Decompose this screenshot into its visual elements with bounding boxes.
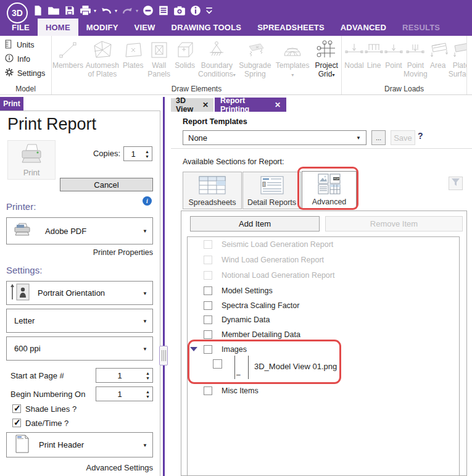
print-icon[interactable] bbox=[80, 5, 91, 16]
filter-funnel-icon bbox=[451, 178, 460, 189]
browse-templates-button[interactable]: ... bbox=[371, 130, 386, 145]
datetime-checkbox[interactable] bbox=[12, 419, 21, 427]
resolution-select[interactable]: 600 ppi ▼ bbox=[6, 336, 153, 361]
view-tab-report-printing[interactable]: Report Printing ✕ bbox=[215, 98, 286, 112]
add-item-button[interactable]: Add Item bbox=[190, 216, 320, 232]
report-template-select[interactable]: None ▼ bbox=[183, 130, 366, 145]
begin-numbering-value: 1 bbox=[96, 387, 143, 401]
panel-splitter[interactable] bbox=[163, 97, 165, 476]
list-item-label[interactable]: Spectra Scaling Factor bbox=[222, 301, 299, 310]
tab-view[interactable]: VIEW bbox=[126, 19, 164, 36]
wall-panels-button: Wall Panels bbox=[146, 38, 173, 79]
project-grid-caret: ▾ bbox=[332, 72, 334, 78]
undo-dropdown-caret[interactable]: ▾ bbox=[115, 8, 117, 14]
tab-modify[interactable]: MODIFY bbox=[78, 19, 126, 36]
stepper-arrows[interactable]: ▲▼ bbox=[143, 369, 152, 382]
item-checkbox[interactable] bbox=[204, 315, 212, 324]
new-file-icon[interactable] bbox=[32, 5, 43, 16]
chevron-down-icon: ▼ bbox=[356, 135, 361, 141]
print-panel-tab[interactable]: Print bbox=[0, 97, 23, 111]
section-tab-advanced[interactable]: PDF Advanced bbox=[302, 171, 357, 209]
splitter-grip[interactable] bbox=[159, 346, 168, 365]
section-tab-spreadsheets[interactable]: Spreadsheets bbox=[183, 172, 242, 209]
remove-item-button: Remove Item bbox=[325, 216, 463, 232]
advanced-settings-link[interactable]: Advanced Settings bbox=[6, 463, 153, 472]
list-item-label[interactable]: Images bbox=[222, 345, 247, 354]
project-grid-icon bbox=[317, 38, 336, 62]
area-load-icon bbox=[428, 38, 449, 62]
line-load-icon bbox=[364, 38, 384, 62]
redo-dropdown-caret[interactable]: ▾ bbox=[136, 8, 138, 14]
settings-button[interactable]: Settings bbox=[5, 68, 51, 78]
project-grid-button[interactable]: Project Grid▾ bbox=[312, 38, 341, 79]
redo-icon[interactable] bbox=[122, 6, 133, 16]
settings-label: Settings bbox=[17, 69, 45, 78]
report-icon[interactable] bbox=[158, 5, 169, 16]
item-checkbox[interactable] bbox=[204, 301, 212, 310]
info-button[interactable]: Info bbox=[5, 54, 51, 64]
print-dropdown-caret[interactable]: ▾ bbox=[94, 8, 96, 14]
begin-numbering-stepper[interactable]: 1 ▲▼ bbox=[96, 386, 153, 401]
printer-properties-link[interactable]: Printer Properties bbox=[6, 248, 153, 257]
units-button[interactable]: Units bbox=[5, 40, 51, 50]
close-icon[interactable]: ✕ bbox=[202, 101, 209, 109]
ruler-icon bbox=[5, 40, 13, 51]
close-icon[interactable]: ✕ bbox=[275, 101, 281, 109]
paper-size-select[interactable]: Letter ▼ bbox=[6, 309, 153, 333]
orientation-select[interactable]: Portrait Orientation ▼ bbox=[6, 281, 153, 305]
stepper-arrows[interactable]: ▲▼ bbox=[143, 147, 152, 161]
line-load-button: Line bbox=[364, 38, 384, 70]
list-item-label[interactable]: Dynamic Data bbox=[222, 315, 270, 324]
item-checkbox[interactable] bbox=[204, 330, 212, 339]
begin-numbering-label: Begin Numbering On bbox=[10, 390, 85, 399]
toolbar-separator bbox=[171, 148, 472, 149]
spreadsheets-icon bbox=[198, 175, 226, 197]
view-tab-3d-view[interactable]: 3D View ✕ bbox=[171, 98, 213, 112]
automesh-icon bbox=[91, 38, 114, 62]
help-button[interactable]: ? bbox=[418, 131, 423, 141]
camera-icon[interactable] bbox=[173, 6, 186, 16]
toolbar-options-icon[interactable] bbox=[205, 7, 213, 14]
item-checkbox[interactable] bbox=[204, 386, 212, 395]
copies-stepper[interactable]: 1 ▲▼ bbox=[123, 146, 152, 161]
printer-select[interactable]: Adobe PDF ▼ bbox=[6, 217, 153, 244]
tab-file[interactable]: FILE bbox=[4, 19, 38, 36]
save-icon[interactable] bbox=[64, 5, 75, 16]
print-header-select[interactable]: Print Header ▼ bbox=[6, 432, 153, 457]
group-label-draw-elements: Draw Elements bbox=[52, 85, 341, 93]
tab-advanced[interactable]: ADVANCED bbox=[333, 19, 394, 36]
start-page-stepper[interactable]: 1 ▲▼ bbox=[96, 368, 153, 383]
info-icon[interactable] bbox=[190, 5, 201, 16]
undo-icon[interactable] bbox=[101, 6, 112, 16]
ribbon-tab-bar: FILE HOME MODIFY VIEW DRAWING TOOLS SPRE… bbox=[4, 19, 448, 36]
item-checkbox[interactable] bbox=[204, 286, 212, 295]
templates-button: Templates▾ bbox=[273, 38, 312, 79]
section-tab-detail-reports[interactable]: I Detail Reports bbox=[242, 172, 301, 209]
print-button[interactable]: Print bbox=[7, 140, 56, 180]
plates-button: Plates bbox=[121, 38, 146, 70]
stepper-arrows[interactable]: ▲▼ bbox=[143, 387, 152, 401]
open-file-icon[interactable] bbox=[48, 5, 60, 16]
printer-section-label: Printer: bbox=[6, 201, 36, 212]
boundary-conditions-icon bbox=[207, 38, 226, 62]
image-child-checkbox[interactable] bbox=[213, 359, 222, 369]
tab-spreadsheets[interactable]: SPREADSHEETS bbox=[249, 19, 333, 36]
item-checkbox[interactable] bbox=[204, 345, 212, 354]
tab-drawing-tools[interactable]: DRAWING TOOLS bbox=[164, 19, 250, 36]
column-divider bbox=[234, 356, 235, 379]
tab-home[interactable]: HOME bbox=[38, 19, 78, 36]
cancel-button[interactable]: Cancel bbox=[60, 178, 153, 191]
orientation-value: Portrait Orientation bbox=[38, 288, 105, 298]
list-item-label[interactable]: Member Detailing Data bbox=[222, 330, 300, 339]
shade-lines-checkbox[interactable] bbox=[12, 404, 21, 413]
print-header-value: Print Header bbox=[39, 440, 84, 449]
chevron-down-icon: ▼ bbox=[143, 346, 147, 351]
list-item-label[interactable]: Model Settings bbox=[222, 286, 273, 295]
nodal-load-button: Nodal bbox=[344, 38, 364, 70]
list-item-label[interactable]: Misc Items bbox=[222, 386, 259, 395]
info-badge-icon[interactable]: i bbox=[143, 196, 152, 206]
filter-button bbox=[449, 177, 463, 190]
expander-triangle-icon[interactable] bbox=[190, 347, 197, 351]
delete-circle-icon[interactable] bbox=[143, 5, 154, 16]
image-child-label[interactable]: 3D_Model View 01.png bbox=[254, 362, 337, 371]
